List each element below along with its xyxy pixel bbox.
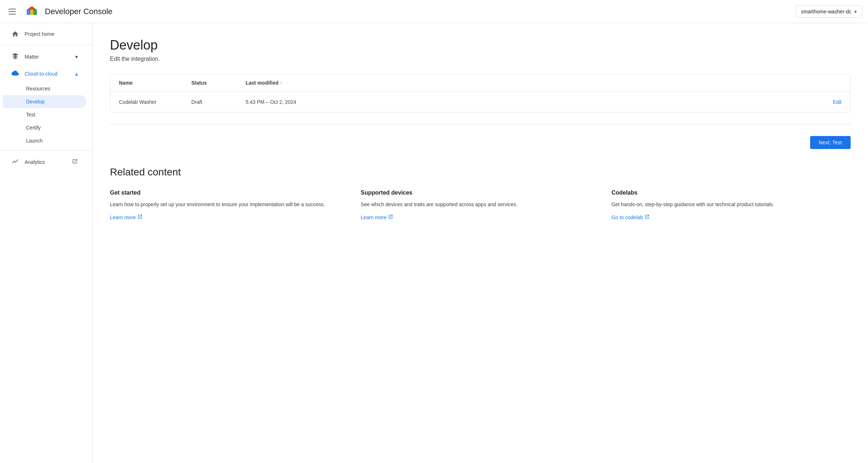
chevron-down-matter: ▾: [75, 54, 78, 60]
sidebar-item-matter[interactable]: Matter ▾: [3, 48, 86, 65]
sidebar: Project home Matter ▾: [0, 23, 93, 463]
header-left: Developer Console: [6, 4, 112, 19]
related-card-supported-devices-title: Supported devices: [361, 190, 600, 196]
sidebar-item-project-home[interactable]: Project home: [3, 26, 86, 42]
external-link-icon-3: [644, 214, 650, 220]
sidebar-child-develop-label: Develop: [26, 99, 44, 105]
related-card-supported-devices: Supported devices See which devices and …: [361, 190, 600, 220]
sidebar-child-certify-label: Certify: [26, 125, 41, 131]
main-content: Develop Edit the integration. Name Statu…: [93, 23, 868, 463]
sidebar-divider-2: [0, 150, 92, 150]
svg-rect-2: [27, 10, 30, 15]
next-btn-container: Next: Test: [110, 136, 851, 149]
page-subtitle: Edit the integration.: [110, 56, 851, 62]
google-home-logo: [25, 4, 39, 19]
page-title: Develop: [110, 38, 851, 53]
table-cell-action: Edit: [833, 99, 842, 105]
svg-marker-1: [27, 6, 37, 10]
related-card-get-started-desc: Learn how to properly set up your enviro…: [110, 200, 349, 208]
table-cell-name: Codelab Washer: [119, 99, 191, 105]
related-card-codelabs: Codelabs Get hands-on, step-by-step guid…: [612, 190, 851, 220]
sidebar-item-matter-label: Matter: [25, 54, 39, 60]
sidebar-item-cloud-to-cloud[interactable]: Cloud-to-cloud ▴: [3, 65, 86, 82]
sidebar-child-test-label: Test: [26, 112, 35, 118]
related-cards: Get started Learn how to properly set up…: [110, 190, 851, 220]
sidebar-item-analytics[interactable]: Analytics: [3, 153, 86, 170]
home-icon: [12, 30, 19, 38]
sidebar-child-launch[interactable]: Launch: [3, 134, 86, 147]
sidebar-child-test[interactable]: Test: [3, 108, 86, 121]
table-cell-status: Draft: [191, 99, 246, 105]
chevron-down-icon: ▾: [854, 9, 857, 14]
sidebar-child-launch-label: Launch: [26, 138, 43, 144]
sidebar-divider-1: [0, 45, 92, 45]
sidebar-item-cloud-label: Cloud-to-cloud: [25, 71, 58, 77]
table-col-name: Name: [119, 80, 191, 86]
project-selector-value: smarthome-washer-dc: [801, 9, 851, 14]
header-title: Developer Console: [45, 7, 112, 16]
learn-more-supported-devices[interactable]: Learn more: [361, 214, 393, 220]
sidebar-analytics-left: Analytics: [12, 158, 45, 166]
sidebar-child-resources-label: Resources: [26, 86, 50, 92]
sidebar-child-certify[interactable]: Certify: [3, 121, 86, 134]
sidebar-parent-left-matter: Matter: [12, 52, 39, 61]
cloud-icon: [12, 69, 19, 78]
table-col-last-modified[interactable]: Last modified ↑: [246, 80, 842, 86]
sidebar-child-develop[interactable]: Develop: [3, 95, 86, 108]
related-card-get-started-title: Get started: [110, 190, 349, 196]
table-header: Name Status Last modified ↑: [110, 74, 850, 92]
table-row: Codelab Washer Draft 5:43 PM – Oct 2, 20…: [110, 92, 850, 112]
chevron-up-cloud: ▴: [75, 71, 78, 77]
learn-more-get-started[interactable]: Learn more: [110, 214, 142, 220]
header: Developer Console smarthome-washer-dc ▾: [0, 0, 868, 23]
related-card-codelabs-title: Codelabs: [612, 190, 851, 196]
related-card-codelabs-desc: Get hands-on, step-by-step guidance with…: [612, 200, 851, 208]
sidebar-item-analytics-label: Analytics: [25, 159, 45, 165]
next-test-button[interactable]: Next: Test: [810, 136, 851, 149]
menu-icon[interactable]: [6, 6, 19, 17]
go-to-codelab-link[interactable]: Go to codelab: [612, 214, 650, 220]
related-content-title: Related content: [110, 166, 851, 178]
related-card-get-started: Get started Learn how to properly set up…: [110, 190, 349, 220]
sidebar-item-project-home-label: Project home: [25, 31, 54, 37]
svg-rect-4: [30, 10, 33, 15]
external-link-analytics-icon: [72, 158, 78, 166]
external-link-icon-2: [388, 214, 393, 220]
section-divider: [110, 124, 851, 124]
edit-link[interactable]: Edit: [833, 99, 842, 105]
sort-arrow-icon: ↑: [280, 80, 282, 85]
sidebar-parent-left-cloud: Cloud-to-cloud: [12, 69, 58, 78]
integration-table: Name Status Last modified ↑ Codelab Wash…: [110, 74, 851, 112]
analytics-icon: [12, 158, 19, 166]
project-selector[interactable]: smarthome-washer-dc ▾: [796, 5, 862, 18]
matter-icon: [12, 52, 19, 61]
external-link-icon-1: [137, 214, 142, 220]
sidebar-child-resources[interactable]: Resources: [3, 82, 86, 95]
svg-rect-3: [33, 10, 37, 15]
table-cell-last-modified: 5:43 PM – Oct 2, 2024: [246, 99, 833, 105]
related-card-supported-devices-desc: See which devices and traits are support…: [361, 200, 600, 208]
table-col-status: Status: [191, 80, 246, 86]
